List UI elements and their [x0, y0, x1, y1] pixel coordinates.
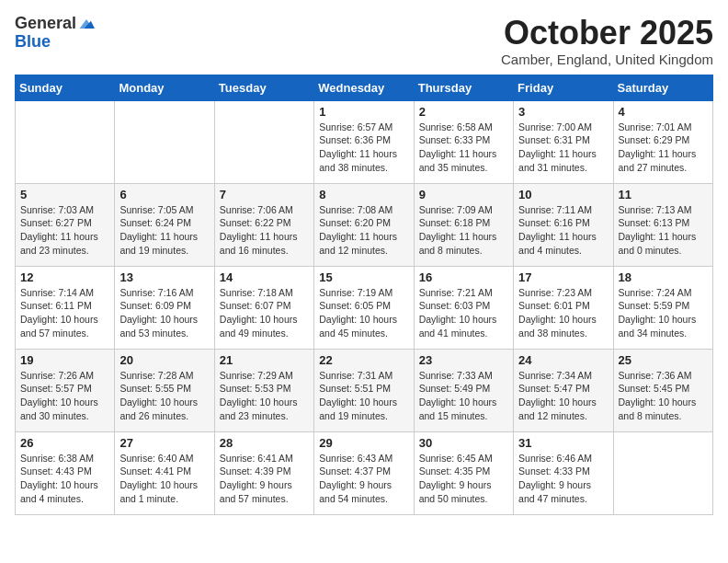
day-info: Sunrise: 7:21 AM Sunset: 6:03 PM Dayligh… [419, 286, 508, 340]
weekday-header: Thursday [414, 75, 513, 100]
day-number: 7 [220, 188, 309, 201]
calendar-cell: 13Sunrise: 7:16 AM Sunset: 6:09 PM Dayli… [115, 266, 214, 349]
day-number: 27 [119, 436, 209, 450]
day-number: 19 [20, 353, 109, 367]
day-number: 30 [419, 436, 508, 450]
day-info: Sunrise: 7:19 AM Sunset: 6:05 PM Dayligh… [319, 286, 408, 340]
calendar-cell: 15Sunrise: 7:19 AM Sunset: 6:05 PM Dayli… [314, 266, 414, 349]
day-number: 6 [119, 188, 209, 201]
day-info: Sunrise: 7:33 AM Sunset: 5:49 PM Dayligh… [419, 369, 508, 423]
day-info: Sunrise: 7:13 AM Sunset: 6:13 PM Dayligh… [619, 203, 708, 258]
calendar-cell: 1Sunrise: 6:57 AM Sunset: 6:36 PM Daylig… [314, 100, 414, 183]
calendar-week-row: 12Sunrise: 7:14 AM Sunset: 6:11 PM Dayli… [16, 266, 713, 349]
day-info: Sunrise: 7:03 AM Sunset: 6:27 PM Dayligh… [20, 203, 109, 258]
day-number: 29 [319, 436, 408, 450]
day-number: 4 [619, 105, 708, 119]
day-number: 18 [619, 270, 708, 284]
location: Camber, England, United Kingdom [501, 52, 713, 67]
day-number: 5 [20, 188, 109, 201]
calendar-cell: 20Sunrise: 7:28 AM Sunset: 5:55 PM Dayli… [115, 349, 214, 431]
calendar-cell [613, 431, 712, 514]
calendar-cell [115, 100, 214, 183]
calendar-cell: 2Sunrise: 6:58 AM Sunset: 6:33 PM Daylig… [414, 100, 513, 183]
weekday-header: Friday [514, 75, 613, 100]
day-info: Sunrise: 6:38 AM Sunset: 4:43 PM Dayligh… [20, 452, 109, 506]
calendar-week-row: 26Sunrise: 6:38 AM Sunset: 4:43 PM Dayli… [16, 431, 713, 514]
calendar-cell: 8Sunrise: 7:08 AM Sunset: 6:20 PM Daylig… [314, 183, 414, 266]
day-info: Sunrise: 7:28 AM Sunset: 5:55 PM Dayligh… [119, 369, 209, 423]
calendar-week-row: 1Sunrise: 6:57 AM Sunset: 6:36 PM Daylig… [16, 100, 713, 183]
calendar-cell: 9Sunrise: 7:09 AM Sunset: 6:18 PM Daylig… [414, 183, 513, 266]
day-info: Sunrise: 7:31 AM Sunset: 5:51 PM Dayligh… [319, 369, 408, 423]
title-block: October 2025 Camber, England, United Kin… [501, 15, 713, 67]
day-number: 8 [319, 188, 408, 201]
calendar-cell: 31Sunrise: 6:46 AM Sunset: 4:33 PM Dayli… [514, 431, 613, 514]
day-info: Sunrise: 6:41 AM Sunset: 4:39 PM Dayligh… [220, 452, 309, 506]
day-info: Sunrise: 7:16 AM Sunset: 6:09 PM Dayligh… [119, 286, 209, 340]
day-number: 22 [319, 353, 408, 367]
day-number: 23 [419, 353, 508, 367]
day-info: Sunrise: 7:08 AM Sunset: 6:20 PM Dayligh… [319, 203, 408, 258]
day-number: 24 [518, 353, 608, 367]
weekday-header: Sunday [16, 75, 115, 100]
calendar-cell: 10Sunrise: 7:11 AM Sunset: 6:16 PM Dayli… [514, 183, 613, 266]
day-info: Sunrise: 7:34 AM Sunset: 5:47 PM Dayligh… [518, 369, 608, 423]
calendar-cell: 5Sunrise: 7:03 AM Sunset: 6:27 PM Daylig… [16, 183, 115, 266]
calendar-cell: 4Sunrise: 7:01 AM Sunset: 6:29 PM Daylig… [613, 100, 712, 183]
day-info: Sunrise: 7:01 AM Sunset: 6:29 PM Dayligh… [619, 121, 708, 175]
calendar-table: SundayMondayTuesdayWednesdayThursdayFrid… [15, 75, 713, 515]
calendar-cell [16, 100, 115, 183]
day-number: 3 [518, 105, 608, 119]
day-info: Sunrise: 6:46 AM Sunset: 4:33 PM Dayligh… [518, 452, 608, 506]
day-number: 11 [619, 188, 708, 201]
logo: General Blue [15, 15, 95, 52]
calendar-cell: 24Sunrise: 7:34 AM Sunset: 5:47 PM Dayli… [514, 349, 613, 431]
calendar-week-row: 19Sunrise: 7:26 AM Sunset: 5:57 PM Dayli… [16, 349, 713, 431]
day-number: 15 [319, 270, 408, 284]
day-number: 13 [119, 270, 209, 284]
calendar-cell: 25Sunrise: 7:36 AM Sunset: 5:45 PM Dayli… [613, 349, 712, 431]
calendar-cell: 12Sunrise: 7:14 AM Sunset: 6:11 PM Dayli… [16, 266, 115, 349]
day-info: Sunrise: 7:23 AM Sunset: 6:01 PM Dayligh… [518, 286, 608, 340]
day-info: Sunrise: 7:24 AM Sunset: 5:59 PM Dayligh… [619, 286, 708, 340]
day-info: Sunrise: 7:29 AM Sunset: 5:53 PM Dayligh… [220, 369, 309, 423]
day-number: 14 [220, 270, 309, 284]
calendar-cell: 16Sunrise: 7:21 AM Sunset: 6:03 PM Dayli… [414, 266, 513, 349]
day-number: 12 [20, 270, 109, 284]
calendar-cell: 29Sunrise: 6:43 AM Sunset: 4:37 PM Dayli… [314, 431, 414, 514]
day-number: 10 [518, 188, 608, 201]
day-number: 16 [419, 270, 508, 284]
calendar-cell: 28Sunrise: 6:41 AM Sunset: 4:39 PM Dayli… [214, 431, 313, 514]
day-info: Sunrise: 7:11 AM Sunset: 6:16 PM Dayligh… [518, 203, 608, 258]
calendar-cell: 21Sunrise: 7:29 AM Sunset: 5:53 PM Dayli… [214, 349, 313, 431]
day-number: 1 [319, 105, 408, 119]
calendar-cell: 23Sunrise: 7:33 AM Sunset: 5:49 PM Dayli… [414, 349, 513, 431]
weekday-header-row: SundayMondayTuesdayWednesdayThursdayFrid… [16, 75, 713, 100]
calendar-cell [214, 100, 313, 183]
day-number: 31 [518, 436, 608, 450]
weekday-header: Monday [115, 75, 214, 100]
calendar-cell: 30Sunrise: 6:45 AM Sunset: 4:35 PM Dayli… [414, 431, 513, 514]
logo-general: General [15, 15, 76, 33]
calendar-cell: 3Sunrise: 7:00 AM Sunset: 6:31 PM Daylig… [514, 100, 613, 183]
day-info: Sunrise: 7:00 AM Sunset: 6:31 PM Dayligh… [518, 121, 608, 175]
month-title: October 2025 [501, 15, 713, 52]
calendar-cell: 27Sunrise: 6:40 AM Sunset: 4:41 PM Dayli… [115, 431, 214, 514]
day-info: Sunrise: 6:43 AM Sunset: 4:37 PM Dayligh… [319, 452, 408, 506]
day-number: 17 [518, 270, 608, 284]
day-number: 21 [220, 353, 309, 367]
calendar-cell: 22Sunrise: 7:31 AM Sunset: 5:51 PM Dayli… [314, 349, 414, 431]
day-number: 9 [419, 188, 508, 201]
day-info: Sunrise: 7:06 AM Sunset: 6:22 PM Dayligh… [220, 203, 309, 258]
day-info: Sunrise: 7:18 AM Sunset: 6:07 PM Dayligh… [220, 286, 309, 340]
calendar-cell: 26Sunrise: 6:38 AM Sunset: 4:43 PM Dayli… [16, 431, 115, 514]
calendar-week-row: 5Sunrise: 7:03 AM Sunset: 6:27 PM Daylig… [16, 183, 713, 266]
day-info: Sunrise: 7:36 AM Sunset: 5:45 PM Dayligh… [619, 369, 708, 423]
day-number: 28 [220, 436, 309, 450]
logo-icon [78, 17, 95, 30]
calendar-cell: 6Sunrise: 7:05 AM Sunset: 6:24 PM Daylig… [115, 183, 214, 266]
calendar-cell: 19Sunrise: 7:26 AM Sunset: 5:57 PM Dayli… [16, 349, 115, 431]
weekday-header: Tuesday [214, 75, 313, 100]
day-info: Sunrise: 7:09 AM Sunset: 6:18 PM Dayligh… [419, 203, 508, 258]
day-number: 2 [419, 105, 508, 119]
